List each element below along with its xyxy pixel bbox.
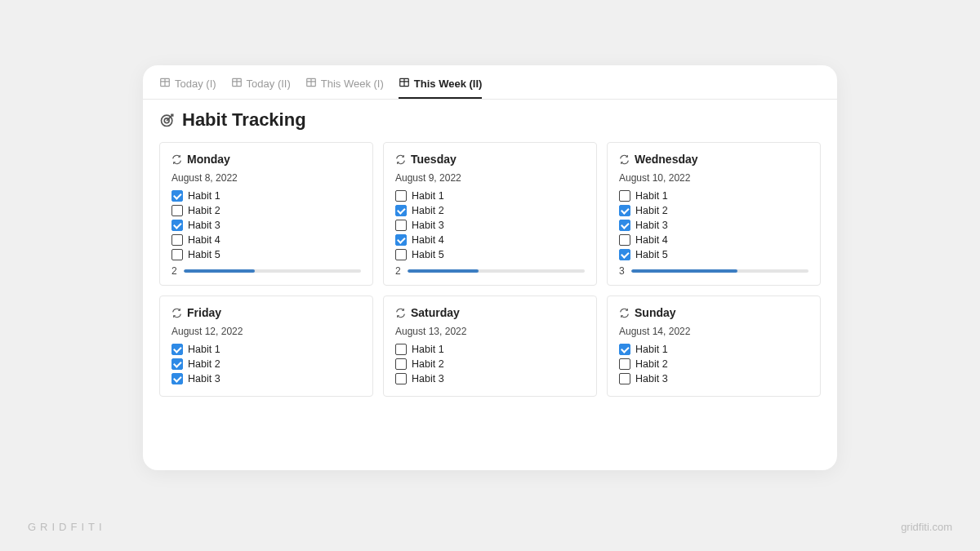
habit-checkbox[interactable]: [619, 234, 630, 246]
habit-checkbox[interactable]: [619, 190, 630, 202]
habit-checkbox[interactable]: [395, 220, 407, 231]
progress-count: 3: [619, 265, 625, 277]
table-icon: [399, 77, 410, 91]
habit-row: Habit 5: [619, 249, 808, 260]
repeat-icon: [395, 154, 406, 165]
day-card-tuesday[interactable]: TuesdayAugust 9, 2022Habit 1Habit 2Habit…: [383, 142, 597, 286]
habit-row: Habit 1: [619, 190, 808, 202]
habit-row: Habit 3: [172, 373, 361, 384]
card-title-row: Saturday: [395, 306, 585, 319]
card-day: Saturday: [411, 306, 460, 319]
habit-label: Habit 5: [188, 249, 220, 260]
habit-checkbox[interactable]: [619, 373, 630, 384]
habit-checkbox[interactable]: [395, 205, 407, 216]
card-title-row: Wednesday: [619, 153, 808, 166]
app-window: Today (I)Today (II)This Week (I)This Wee…: [143, 65, 837, 470]
habit-label: Habit 1: [635, 190, 668, 202]
habit-row: Habit 1: [619, 344, 808, 355]
habit-row: Habit 1: [395, 190, 585, 202]
habit-row: Habit 2: [395, 358, 585, 370]
habit-label: Habit 3: [412, 373, 444, 384]
tab-this-week-ii-[interactable]: This Week (II): [399, 77, 483, 99]
habit-checkbox[interactable]: [395, 344, 407, 355]
habit-row: Habit 3: [619, 220, 808, 231]
habit-row: Habit 2: [172, 358, 361, 370]
habit-checkbox[interactable]: [172, 249, 183, 260]
habit-row: Habit 3: [172, 220, 361, 231]
habit-checkbox[interactable]: [395, 234, 407, 246]
habit-label: Habit 2: [188, 205, 220, 216]
tab-label: This Week (I): [321, 78, 384, 90]
progress-bar: [408, 269, 585, 273]
habit-label: Habit 3: [635, 220, 668, 231]
habit-checkbox[interactable]: [619, 358, 630, 370]
habit-checkbox[interactable]: [395, 358, 407, 370]
tab-today-i-[interactable]: Today (I): [159, 77, 216, 99]
gallery-view: MondayAugust 8, 2022Habit 1Habit 2Habit …: [143, 142, 837, 397]
repeat-icon: [172, 308, 182, 318]
card-day: Tuesday: [411, 153, 457, 166]
card-date: August 9, 2022: [395, 172, 585, 184]
habit-label: Habit 2: [412, 358, 444, 370]
habit-label: Habit 4: [635, 234, 668, 246]
habit-label: Habit 1: [188, 344, 220, 355]
page-title-row: Habit Tracking: [143, 100, 837, 142]
habit-checkbox[interactable]: [395, 373, 407, 384]
repeat-icon: [395, 308, 406, 318]
habit-checkbox[interactable]: [172, 234, 183, 246]
tab-today-ii-[interactable]: Today (II): [231, 77, 291, 99]
habit-row: Habit 5: [395, 249, 585, 260]
view-tabs: Today (I)Today (II)This Week (I)This Wee…: [143, 65, 837, 100]
day-card-monday[interactable]: MondayAugust 8, 2022Habit 1Habit 2Habit …: [159, 142, 373, 286]
habit-label: Habit 1: [635, 344, 668, 355]
habit-checkbox[interactable]: [395, 190, 407, 202]
habit-row: Habit 1: [395, 344, 585, 355]
habit-label: Habit 2: [635, 358, 668, 370]
progress-row: 3: [619, 265, 808, 277]
habit-checkbox[interactable]: [172, 344, 183, 355]
habit-row: Habit 4: [172, 234, 361, 246]
page-title: Habit Tracking: [182, 109, 306, 131]
habit-row: Habit 2: [619, 358, 808, 370]
habit-checkbox[interactable]: [395, 249, 407, 260]
habit-row: Habit 3: [395, 220, 585, 231]
habit-checkbox[interactable]: [619, 249, 630, 260]
day-card-saturday[interactable]: SaturdayAugust 13, 2022Habit 1Habit 2Hab…: [383, 295, 597, 397]
card-day: Sunday: [635, 306, 676, 319]
habit-row: Habit 1: [172, 344, 361, 355]
habit-checkbox[interactable]: [619, 344, 630, 355]
habit-row: Habit 2: [619, 205, 808, 216]
day-card-wednesday[interactable]: WednesdayAugust 10, 2022Habit 1Habit 2Ha…: [607, 142, 821, 286]
habit-checkbox[interactable]: [172, 358, 183, 370]
habit-label: Habit 1: [412, 344, 444, 355]
progress-row: 2: [172, 265, 361, 277]
day-card-friday[interactable]: FridayAugust 12, 2022Habit 1Habit 2Habit…: [159, 295, 373, 397]
habit-label: Habit 1: [188, 190, 220, 202]
url-watermark: gridfiti.com: [901, 521, 952, 533]
progress-count: 2: [395, 265, 401, 277]
habit-checkbox[interactable]: [619, 205, 630, 216]
habit-checkbox[interactable]: [172, 220, 183, 231]
habit-row: Habit 4: [619, 234, 808, 246]
habit-checkbox[interactable]: [619, 220, 630, 231]
habit-row: Habit 3: [619, 373, 808, 384]
card-title-row: Sunday: [619, 306, 808, 319]
table-icon: [231, 77, 243, 91]
habit-row: Habit 5: [172, 249, 361, 260]
tab-this-week-i-[interactable]: This Week (I): [305, 77, 384, 99]
habit-row: Habit 1: [172, 190, 361, 202]
habit-checkbox[interactable]: [172, 373, 183, 384]
day-card-sunday[interactable]: SundayAugust 14, 2022Habit 1Habit 2Habit…: [607, 295, 821, 397]
tab-label: This Week (II): [414, 78, 483, 90]
repeat-icon: [619, 308, 630, 318]
progress-count: 2: [172, 265, 177, 277]
habit-checkbox[interactable]: [172, 190, 183, 202]
habit-label: Habit 3: [188, 373, 220, 384]
habit-row: Habit 2: [172, 205, 361, 216]
tab-label: Today (I): [175, 78, 216, 90]
habit-label: Habit 3: [188, 220, 220, 231]
card-day: Wednesday: [635, 153, 698, 166]
habit-checkbox[interactable]: [172, 205, 183, 216]
habit-label: Habit 5: [412, 249, 444, 260]
habit-label: Habit 2: [188, 358, 220, 370]
